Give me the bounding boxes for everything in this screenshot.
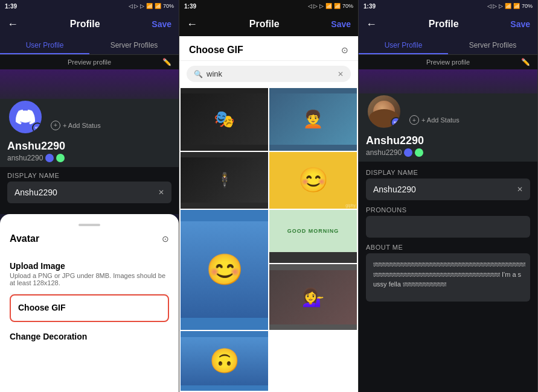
form-area-3: Display Name Anshu2290 ✕ Pronouns About …: [359, 162, 537, 392]
status-bar-2: 1:39 ◁ ▷ ▷ 📶 📶 70%: [179, 0, 358, 12]
upload-image-option-1[interactable]: Upload Image Upload a PNG or JPG under 8…: [10, 254, 169, 294]
display-name-value-1: Anshu2290: [14, 188, 57, 197]
gif-cell-8[interactable]: 🙃: [181, 331, 268, 391]
save-button-1[interactable]: Save: [152, 19, 171, 29]
change-decoration-option-1[interactable]: Change Decoration: [10, 324, 169, 350]
save-button-2[interactable]: Save: [331, 19, 351, 29]
gif-image-5: 😊: [181, 221, 268, 318]
handle-1: anshu2290: [7, 154, 171, 162]
upload-image-subtitle-1: Upload a PNG or JPG under 8MB. Images sh…: [10, 272, 169, 286]
add-status-label-1: + Add Status: [63, 122, 101, 129]
avatar-edit-btn-1[interactable]: ✏: [32, 122, 43, 133]
status-time-2: 1:39: [184, 3, 196, 10]
gif-discord-icon-2: ⊙: [341, 45, 348, 55]
username-display-3: Anshu2290: [366, 134, 530, 147]
tab-server-profiles-1[interactable]: Server Profiles: [89, 36, 179, 54]
badge-green-3: [415, 148, 423, 157]
wifi-icon-3: 📶: [505, 3, 511, 9]
nav-bar-1: ← Profile Save: [0, 12, 179, 36]
gif-cell-7[interactable]: 💁‍♀️: [269, 264, 357, 330]
nav-bar-2: ← Profile Save: [179, 12, 358, 36]
status-bar-3: 1:39 ◁ ▷ ▷ 📶 📶 70%: [359, 0, 537, 12]
avatar-row-3: ✏ + + Add Status: [366, 93, 530, 130]
add-status-btn-3[interactable]: + + Add Status: [409, 115, 460, 125]
username-display-1: Anshu2290: [7, 140, 171, 153]
display-name-value-3: Anshu2290: [373, 185, 416, 194]
gif-cell-6[interactable]: GOOD MORNING: [269, 210, 357, 264]
upload-image-title-1: Upload Image: [10, 261, 169, 271]
notification-icons-1: ◁ ▷ ▷: [129, 3, 144, 9]
gif-header-2: Choose GIF ⊙: [179, 36, 358, 61]
tab-server-profiles-3[interactable]: Server Profiles: [448, 36, 537, 54]
avatar-1[interactable]: ✏: [7, 99, 43, 135]
preview-label-1: Preview profile: [68, 58, 111, 66]
display-name-input-3[interactable]: Anshu2290 ✕: [366, 179, 530, 200]
status-icons-2: ◁ ▷ ▷ 📶 📶 70%: [308, 3, 353, 9]
sheet-title-row-1: Avatar ⊙: [10, 233, 169, 244]
gif-cell-4[interactable]: 😊 giphy: [269, 152, 357, 209]
gif-search-icon-2: 🔍: [194, 70, 203, 78]
preview-edit-icon-3[interactable]: ✏️: [521, 58, 530, 66]
nav-bar-3: ← Profile Save: [359, 12, 537, 36]
gif-cell-1[interactable]: 🎭: [181, 88, 268, 151]
display-name-label-1: Display Name: [7, 172, 171, 179]
choose-gif-option-1[interactable]: Choose GIF: [10, 294, 169, 322]
badge-blue-1: [45, 154, 54, 162]
tab-user-profile-3[interactable]: User Profile: [359, 36, 448, 54]
gif-cell-3[interactable]: 🕴️: [181, 152, 268, 209]
gif-cell-5[interactable]: 😊: [181, 210, 268, 330]
add-status-btn-1[interactable]: + + Add Status: [51, 121, 101, 130]
add-status-icon-1: +: [51, 121, 60, 130]
preview-bar-3: Preview profile ✏️: [359, 55, 537, 69]
page-title-3: Profile: [429, 19, 459, 30]
save-button-3[interactable]: Save: [510, 19, 530, 29]
discord-logo-1: [16, 107, 35, 127]
signal-icon-3: 📶: [513, 3, 520, 9]
gif-grid-2: 🎭 🧑‍🦱 🕴️ 😊 giphy 😊 GOOD MORNING: [179, 87, 358, 392]
display-name-clear-3[interactable]: ✕: [517, 185, 523, 194]
about-me-text-3: ঢাঢাঢাঢাঢাঢাঢাঢাঢাঢাঢাঢাঢাঢাঢাঢাঢাঢাঢাঢা…: [373, 259, 523, 289]
battery-label-1: 70%: [163, 3, 174, 9]
page-title-1: Profile: [70, 19, 100, 30]
gif-image-2: 🧑‍🦱: [269, 93, 357, 145]
gif-clear-icon-2[interactable]: ✕: [338, 70, 344, 78]
about-me-label-3: About Me: [366, 244, 530, 251]
wifi-icon-2: 📶: [325, 3, 332, 9]
preview-edit-icon-1[interactable]: ✏️: [162, 58, 171, 66]
display-name-input-1[interactable]: Anshu2290 ✕: [7, 182, 171, 203]
about-me-field-3[interactable]: ঢাঢাঢাঢাঢাঢাঢাঢাঢাঢাঢাঢাঢাঢাঢাঢাঢাঢাঢাঢা…: [366, 253, 530, 302]
gif-image-6: GOOD MORNING: [269, 210, 357, 252]
panel-3: 1:39 ◁ ▷ ▷ 📶 📶 70% ← Profile Save User P…: [359, 0, 538, 392]
display-name-clear-1[interactable]: ✕: [158, 188, 164, 197]
avatar-edit-btn-3[interactable]: ✏: [391, 117, 402, 128]
preview-bar-1: Preview profile ✏️: [0, 55, 179, 69]
avatar-3[interactable]: ✏: [366, 93, 402, 130]
add-status-label-3: + Add Status: [421, 116, 460, 124]
status-bar-1: 1:39 ◁ ▷ ▷ 📶 📶 70%: [0, 0, 179, 12]
status-time-3: 1:39: [363, 3, 376, 10]
tab-bar-1: User Profile Server Profiles: [0, 36, 179, 55]
tab-user-profile-1[interactable]: User Profile: [0, 36, 89, 54]
gif-search-text-2: wink: [207, 69, 334, 78]
avatar-row-1: ✏ + + Add Status: [7, 99, 171, 135]
notification-icons-3: ◁ ▷ ▷: [487, 3, 503, 9]
back-button-1[interactable]: ←: [7, 18, 18, 31]
avatar-sheet-1: Avatar ⊙ Upload Image Upload a PNG or JP…: [0, 214, 179, 393]
change-decoration-title-1: Change Decoration: [10, 332, 169, 341]
back-button-3[interactable]: ←: [366, 18, 377, 31]
notification-icons-2: ◁ ▷ ▷: [308, 3, 324, 9]
back-button-2[interactable]: ←: [187, 18, 197, 31]
sheet-handle-1: [78, 224, 100, 226]
handle-3: anshu2290: [366, 148, 530, 157]
preview-label-3: Preview profile: [426, 58, 470, 66]
tab-bar-3: User Profile Server Profiles: [359, 36, 537, 55]
pronouns-input-3[interactable]: [366, 216, 530, 238]
display-name-label-3: Display Name: [366, 169, 530, 176]
gif-search-bar-2[interactable]: 🔍 wink ✕: [187, 66, 351, 82]
gif-cell-2[interactable]: 🧑‍🦱: [269, 88, 357, 151]
signal-icon-1: 📶: [155, 3, 161, 9]
gif-image-8: 🙃: [181, 337, 268, 385]
wifi-icon-1: 📶: [146, 3, 153, 9]
gif-image-1: 🎭: [181, 93, 268, 145]
badge-green-1: [56, 154, 65, 162]
